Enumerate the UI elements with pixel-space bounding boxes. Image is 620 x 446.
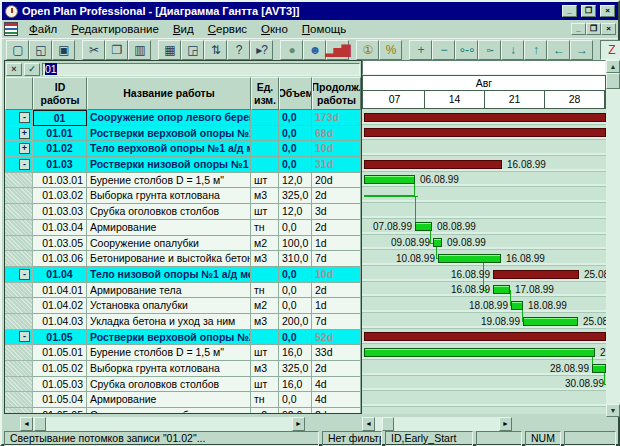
context-help-icon[interactable]: ▸? (250, 40, 273, 60)
child-minimize-button[interactable]: _ (571, 23, 586, 35)
table-row[interactable]: 01.04.01Армирование телатн0,02d (5, 283, 361, 299)
summary-bar-01.01[interactable] (364, 128, 606, 137)
table-horizontal-scrollbar[interactable]: ◄ ► (20, 417, 305, 431)
cancel-edit-button[interactable]: × (6, 63, 22, 76)
table-row[interactable]: 01.05.02Выборка грунта котлованам3325,02… (5, 361, 361, 377)
menu-item[interactable]: Вид (166, 22, 201, 36)
collapse-icon[interactable]: - (19, 112, 30, 123)
accept-edit-button[interactable]: ✓ (24, 63, 40, 76)
table-row[interactable]: 01.04.02Установка опалубким20,01d (5, 298, 361, 314)
table-row[interactable]: 01.03.06Бетонирование и выстойка бетонам… (5, 251, 361, 267)
table-row[interactable]: 01.05.03Срубка оголовков столбовшт16,04d (5, 377, 361, 393)
link-boxes-icon[interactable]: ▫- (478, 40, 501, 60)
table-row[interactable]: -01.03Ростверки низовой опоры №1 а/д м0,… (5, 157, 361, 173)
clock-icon[interactable]: ① (356, 40, 379, 60)
table-row[interactable]: +01.01Ростверки верховой опоры №1 а/д0,0… (5, 126, 361, 142)
add-activity-icon[interactable]: + (409, 40, 432, 60)
arrow-left-icon[interactable]: ← (547, 40, 570, 60)
help-icon[interactable]: ? (227, 40, 250, 60)
collapse-icon[interactable]: - (19, 269, 30, 280)
gantt-timescale[interactable]: Авг 07142128 (362, 75, 606, 109)
percent-icon[interactable]: % (379, 40, 402, 60)
table-row[interactable]: 01.04.03Укладка бетона и уход за нимм320… (5, 314, 361, 330)
task-bar-01.03.04[interactable] (415, 222, 432, 231)
minimize-button[interactable]: _ (562, 5, 577, 17)
table-row[interactable]: 01.03.05Сооружение опалубким2100,01d (5, 236, 361, 252)
summary-bar-01.05[interactable] (364, 332, 606, 341)
table-row[interactable]: 01.05.04Армированиетн0,04d (5, 392, 361, 408)
close-button[interactable]: × (600, 5, 615, 17)
table-row[interactable]: 01.03.02Выборка грунта котлованам3325,02… (5, 188, 361, 204)
table-row[interactable]: -01.05Ростверки верховой опоры №2 а/д0,0… (5, 330, 361, 346)
task-bar-01.04.01[interactable] (493, 285, 510, 294)
arrow-down-icon[interactable]: ↓ (501, 40, 524, 60)
resource-icon[interactable]: ☻ (303, 40, 326, 60)
gantt-scroll-right-icon[interactable]: ► (499, 417, 512, 431)
task-bar-01.03.05[interactable] (433, 238, 442, 247)
link-nodes-icon[interactable]: ∘-∘ (455, 40, 478, 60)
table-row[interactable]: -01.04Тело низовой опоры №1 а/д моста0,0… (5, 267, 361, 283)
print-icon[interactable]: ▦ (158, 40, 181, 60)
cell-edit-input[interactable]: 01 (42, 63, 360, 76)
copy-icon[interactable]: ❐ (105, 40, 128, 60)
child-restore-button[interactable]: ❐ (586, 23, 601, 35)
table-row[interactable]: 01.03.01Бурение столбов D = 1,5 м"шт12,0… (5, 173, 361, 189)
table-row[interactable]: 01.03.04Армированиетн0,02d (5, 220, 361, 236)
collapse-icon[interactable]: - (19, 331, 30, 342)
expand-icon[interactable]: + (19, 128, 30, 139)
summary-bar-01[interactable] (364, 113, 606, 122)
table-row[interactable]: 01.05.05Сооружение опалубким292,02d (5, 408, 361, 413)
header-unit[interactable]: Ед. изм. (251, 77, 279, 110)
task-bar-01.03.02[interactable] (364, 195, 415, 197)
header-volume[interactable]: Объем (279, 77, 312, 110)
print-preview-icon[interactable]: ◲ (181, 40, 204, 60)
gantt-scroll-thumb[interactable] (382, 417, 394, 431)
arrow-up-icon[interactable]: ↑ (524, 40, 547, 60)
vertical-scroll-thumb[interactable] (606, 73, 620, 89)
header-duration[interactable]: Продолж. работы (312, 77, 361, 110)
task-bar-01.04.03[interactable] (523, 317, 578, 326)
menu-item[interactable]: Окно (254, 22, 295, 36)
table-row[interactable]: 01.03.03Срубка оголовков столбовшт12,03d (5, 204, 361, 220)
vertical-scrollbar[interactable]: ▲ ▼ (606, 60, 620, 417)
header-name[interactable]: Название работы (87, 77, 251, 110)
menu-item[interactable]: Редактирование (64, 22, 166, 36)
arrow-right-icon[interactable]: → (570, 40, 593, 60)
task-bar-01.03.06[interactable] (438, 254, 501, 263)
table-scroll-left-icon[interactable]: ◄ (20, 417, 33, 431)
save-icon[interactable]: ▣ (52, 40, 75, 60)
task-bar-01.05.01[interactable] (364, 348, 595, 357)
restore-button[interactable]: ❐ (581, 5, 596, 17)
table-row[interactable]: +01.02Тело верховой опоры №1 а/д моста0,… (5, 141, 361, 157)
scroll-up-icon[interactable]: ▲ (606, 60, 620, 73)
scroll-down-icon[interactable]: ▼ (606, 404, 620, 417)
summary-bar-01.03[interactable] (364, 160, 502, 169)
menu-item[interactable]: Сервис (201, 22, 254, 36)
header-id[interactable]: ID работы (33, 77, 87, 110)
collapse-icon[interactable]: - (19, 159, 30, 170)
table-row[interactable]: -01Сооружение опор левого берега0,0173d (5, 110, 361, 126)
summary-bar-01.04[interactable] (493, 270, 579, 279)
record-circle-icon[interactable]: ● (280, 40, 303, 60)
gantt-horizontal-scrollbar[interactable]: ◄ ► (362, 417, 512, 431)
child-close-button[interactable]: × (601, 23, 616, 35)
expand-icon[interactable]: + (19, 143, 30, 154)
sort-updown-icon[interactable]: ⇅ (204, 40, 227, 60)
zigzag-view-icon[interactable]: Z (600, 40, 620, 60)
open-folder-icon[interactable]: ◱ (29, 40, 52, 60)
paste-icon[interactable]: ▥ (128, 40, 151, 60)
bar-chart-icon[interactable]: ▂▅▇ (326, 40, 349, 60)
menu-item[interactable]: Помощь (295, 22, 353, 36)
child-document-icon[interactable] (4, 22, 18, 36)
task-bar-01.04.02[interactable] (511, 301, 523, 310)
new-document-icon[interactable]: ▢ (6, 40, 29, 60)
task-bar-01.03.01[interactable] (364, 175, 415, 184)
task-bar-01.05.02[interactable] (592, 364, 606, 373)
cut-icon[interactable]: ✂ (82, 40, 105, 60)
table-scroll-thumb[interactable] (34, 417, 46, 431)
table-scroll-right-icon[interactable]: ► (292, 417, 305, 431)
gantt-scroll-left-icon[interactable]: ◄ (362, 417, 375, 431)
remove-activity-icon[interactable]: − (432, 40, 455, 60)
table-row[interactable]: 01.05.01Бурение столбов D = 1,5 м"шт16,0… (5, 345, 361, 361)
menu-item[interactable]: Файл (22, 22, 64, 36)
